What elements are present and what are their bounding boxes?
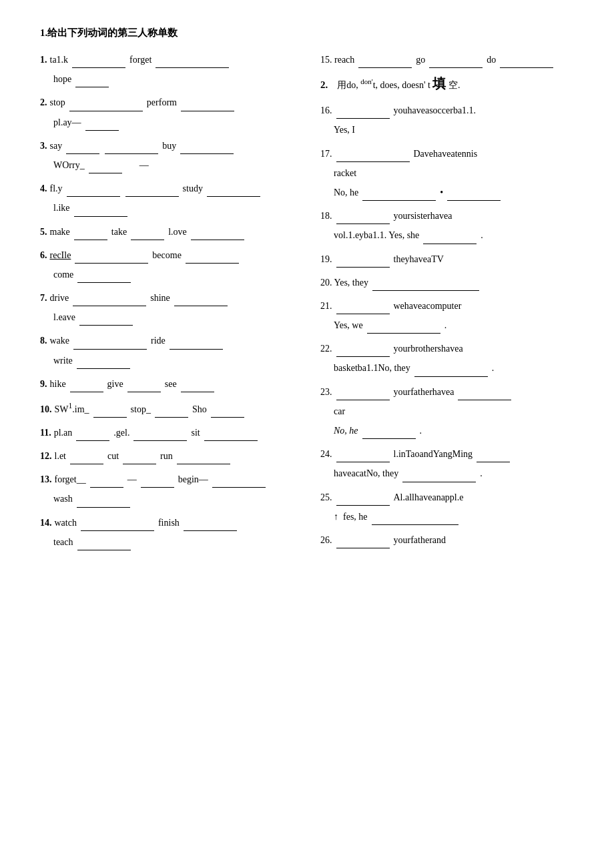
list-item: 26. yourfatherand bbox=[320, 532, 574, 548]
list-item: 8. wake ride write bbox=[40, 332, 294, 368]
list-item: 15. reach go do bbox=[320, 51, 574, 68]
list-item: 2. stop perform pl.ay— bbox=[40, 94, 294, 130]
list-item: 10. SW1.im_ stop_ Sho bbox=[40, 399, 294, 418]
list-item: 6. recIle become come bbox=[40, 247, 294, 283]
list-item: 21. wehaveacomputer Yes, we . bbox=[320, 298, 574, 334]
left-column: 1. ta1.k forget hope 2. stop perform pl.… bbox=[40, 51, 307, 557]
list-item: 14. watch finish teach bbox=[40, 514, 294, 550]
list-item: 4. fl.y study l.ike bbox=[40, 180, 294, 216]
list-item: 9. hike give see bbox=[40, 376, 294, 392]
list-item: 18. yoursisterhavea vol.1.eyba1.1. Yes, … bbox=[320, 207, 574, 244]
list-item: 12. l.et cut run bbox=[40, 448, 294, 464]
list-item: 16. youhaveasoccerba1.1. Yes, I bbox=[320, 102, 574, 138]
list-item: 23. yourfatherhavea car No, he . bbox=[320, 384, 574, 440]
list-item: 7. drive shine l.eave bbox=[40, 290, 294, 326]
list-item: 24. l.inTaoandYangMing haveacatNo, they … bbox=[320, 446, 574, 482]
list-item: 17. Davehaveatennis racket No, he • bbox=[320, 145, 574, 201]
list-item: 22. yourbrothershavea basketba1.1No, the… bbox=[320, 340, 574, 376]
page-title: 1.给出下列动词的第三人称单数 bbox=[40, 27, 574, 39]
list-item: 11. pl.an .gel. sit bbox=[40, 424, 294, 441]
right-column: 15. reach go do 2. 用do, don't, does, doe… bbox=[307, 51, 574, 557]
section2-header: 2. 用do, don't, does, doesn' t 填 空. bbox=[320, 75, 574, 93]
list-item: 20. Yes, they bbox=[320, 274, 574, 291]
list-item: 3. say buy WOrry_ — bbox=[40, 137, 294, 173]
list-item: 1. ta1.k forget hope bbox=[40, 51, 294, 87]
list-item: 13. forget__ — begin— wash bbox=[40, 471, 294, 507]
list-item: 25. Al.allhaveanappl.e ↑ fes, he bbox=[320, 489, 574, 525]
list-item: 5. make take l.ove bbox=[40, 224, 294, 240]
list-item: 19. theyhaveaTV bbox=[320, 251, 574, 268]
